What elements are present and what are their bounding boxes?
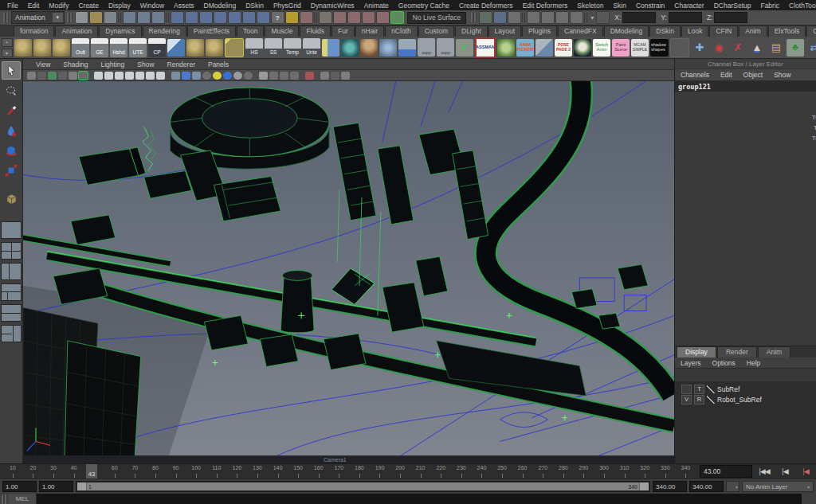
copy-tool-1[interactable]: copy <box>418 38 435 57</box>
channel-box-menu-item[interactable]: Show <box>768 71 796 79</box>
time-tick[interactable]: 230 <box>451 464 472 479</box>
shelf-menu-button[interactable]: ▪ <box>2 38 13 47</box>
panel-menu-item[interactable]: Renderer <box>161 61 202 68</box>
scale-tool-button[interactable] <box>2 161 21 179</box>
layer-name[interactable]: SubRef <box>717 385 740 393</box>
asset-box-import[interactable] <box>206 39 223 57</box>
tree-tool[interactable]: ♣ <box>787 39 804 57</box>
panel-toolbar-icon[interactable] <box>167 72 170 80</box>
paint-scene-tool[interactable]: Paint Scene <box>612 39 630 57</box>
constraint-links-tool[interactable] <box>379 39 397 57</box>
graph-editor-shortcut[interactable]: GE <box>91 38 108 57</box>
snap-together[interactable] <box>257 11 270 24</box>
panel-toolbar-icon[interactable] <box>213 72 222 80</box>
time-tick[interactable]: 150 <box>288 464 308 479</box>
panel-toolbar-icon[interactable] <box>269 72 278 80</box>
time-tick[interactable]: 280 <box>553 464 574 479</box>
layout-outliner-persp-button[interactable] <box>1 325 22 342</box>
panel-toolbar-icon[interactable] <box>156 72 165 80</box>
layer-editor-tab[interactable]: Anim <box>758 346 790 357</box>
menu-item[interactable]: Assets <box>169 2 199 10</box>
shelf-tab[interactable]: Custom <box>418 25 454 37</box>
layer-visibility-toggle[interactable]: V <box>681 395 692 404</box>
menu-item[interactable]: PhysGrid <box>269 2 306 10</box>
absolute-relative-toggle[interactable] <box>596 11 610 24</box>
shelf-tab[interactable]: nCloth <box>385 25 418 37</box>
layout-tool[interactable] <box>322 39 339 57</box>
time-tick[interactable]: 60 <box>104 464 125 479</box>
panel-toolbar-icon[interactable] <box>104 72 113 80</box>
panel-toolbar-icon[interactable] <box>48 72 57 80</box>
cone-tool[interactable]: ▲ <box>748 39 766 57</box>
menu-item[interactable]: Skeleton <box>572 2 608 10</box>
shelf-tab[interactable]: CFIN <box>709 25 738 37</box>
menu-item[interactable]: Geometry Cache <box>394 2 454 10</box>
shadow-shapes-tool[interactable]: shadow shapes <box>650 39 669 57</box>
menu-set-selector[interactable]: Animation ▾ <box>11 11 65 24</box>
render-settings[interactable] <box>508 11 521 24</box>
panel-toolbar-icon[interactable] <box>233 72 242 80</box>
cp-shortcut[interactable]: CP <box>148 38 166 57</box>
time-tick[interactable]: 220 <box>430 464 451 479</box>
menu-item[interactable]: DynamicWires <box>306 2 359 10</box>
quick-help[interactable]: ? <box>271 11 284 24</box>
time-tick[interactable]: 140 <box>268 464 288 479</box>
mel-toggle-button[interactable]: MEL <box>9 494 37 504</box>
hypershade[interactable] <box>541 11 555 24</box>
select-hierarchy[interactable] <box>123 11 136 24</box>
compass-arrows-tool[interactable]: ✚ <box>691 39 708 57</box>
time-tick[interactable]: 190 <box>370 464 390 479</box>
menu-item[interactable]: DCharSetup <box>709 2 756 10</box>
time-scrub-area[interactable]: 1020304050607080901001101201301401501601… <box>0 464 698 479</box>
unte-car-preset[interactable]: Unte <box>303 38 320 57</box>
hs-car-preset[interactable]: HS <box>245 38 263 57</box>
switch-anim-tool[interactable]: Switch Anim <box>593 39 610 57</box>
time-tick[interactable]: 240 <box>472 464 492 479</box>
menu-item[interactable]: Edit <box>23 2 45 10</box>
panel-toolbar-icon[interactable] <box>259 72 268 80</box>
panel-menu-item[interactable]: View <box>29 61 57 68</box>
snap-to-point[interactable] <box>199 11 213 24</box>
shelf-tab[interactable]: ElxTools <box>768 25 806 37</box>
input-check-tool[interactable]: ✓ <box>456 39 473 57</box>
snap-to-projected-center[interactable] <box>214 11 227 24</box>
menu-item[interactable]: DSkin <box>241 2 269 10</box>
save-scene[interactable] <box>104 11 117 24</box>
panel-menu-item[interactable]: Show <box>131 61 160 68</box>
time-tick[interactable]: 180 <box>349 464 370 479</box>
viewport-scene[interactable]: Camera1 <box>23 81 674 463</box>
shelf-tab[interactable]: Dynamics <box>99 25 141 37</box>
asset-box[interactable] <box>14 39 32 57</box>
menu-item[interactable]: Modify <box>44 2 73 10</box>
shelf-tab[interactable]: Anim <box>739 25 767 37</box>
asset-box-alt[interactable] <box>53 39 70 57</box>
red-target-tool[interactable]: ◉ <box>710 39 728 57</box>
Robot_SubRef[interactable]: V R Robot_SubRef <box>675 394 816 404</box>
red-cross-tool[interactable]: ✗ <box>729 39 747 57</box>
command-line-grip[interactable] <box>2 494 7 504</box>
shelf-tab[interactable]: Animation <box>55 25 98 37</box>
city-wireframe-scene[interactable]: Camera1 <box>23 81 674 463</box>
range-end-handle[interactable] <box>639 483 649 490</box>
select-object[interactable] <box>137 11 151 24</box>
divider[interactable] <box>314 13 318 22</box>
output-connections[interactable] <box>347 11 361 24</box>
time-tick[interactable]: 90 <box>166 464 186 479</box>
last-tool-used-button[interactable] <box>2 190 21 209</box>
range-slider-track[interactable]: 1 340 <box>76 481 650 492</box>
menu-item[interactable]: Skin <box>608 2 631 10</box>
history-toggle[interactable] <box>376 11 390 24</box>
menu-item[interactable]: Display <box>104 2 135 10</box>
snap-to-view-plane[interactable] <box>228 11 241 24</box>
asset-box-open[interactable] <box>33 39 51 57</box>
status-group-grip2[interactable] <box>471 13 477 22</box>
stack-tool[interactable]: ▤ <box>767 39 785 57</box>
shelf-tab[interactable]: DModeling <box>604 25 649 37</box>
panel-toolbar-icon[interactable] <box>320 72 329 80</box>
time-tick[interactable]: 270 <box>532 464 553 479</box>
select-tool-button[interactable] <box>2 61 21 80</box>
open-scene[interactable] <box>89 11 103 24</box>
channel-box-title[interactable]: Channel Box / Layer Editor <box>675 59 816 69</box>
layer-editor-menu-item[interactable]: Help <box>741 359 766 367</box>
empty-slot[interactable] <box>670 38 689 57</box>
